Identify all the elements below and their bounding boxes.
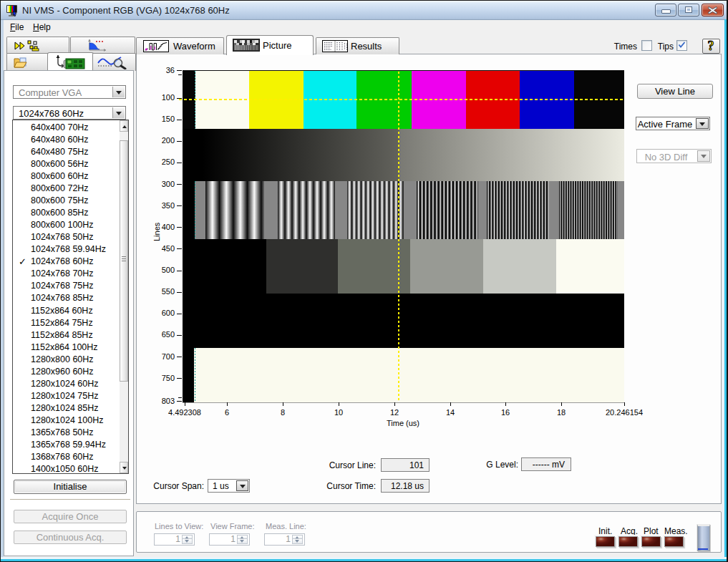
svg-text:?: ?	[708, 39, 714, 52]
